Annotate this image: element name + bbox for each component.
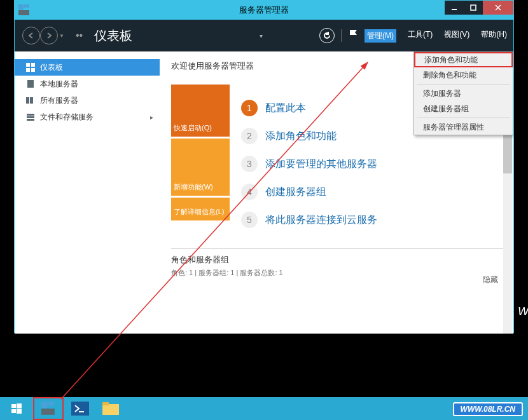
svg-rect-23 — [71, 402, 89, 416]
taskbar-powershell[interactable] — [66, 398, 94, 419]
sidebar-item-label: 文件和存储服务 — [40, 112, 94, 123]
titlebar: 服务器管理器 — [15, 1, 513, 20]
svg-rect-20 — [41, 402, 48, 408]
breadcrumb-title: 仪表板 — [94, 27, 132, 44]
taskbar: WWW.08LR.CN — [0, 397, 528, 420]
svg-rect-17 — [17, 403, 22, 408]
svg-rect-18 — [11, 409, 16, 413]
server-icon — [26, 79, 35, 88]
main-panel: 欢迎使用服务器管理器 快速启动(Q) 新增功能(W) 了解详细信息(L) 1配置… — [160, 51, 513, 334]
svg-rect-6 — [31, 63, 35, 67]
chevron-right-icon: ▸ — [150, 114, 153, 121]
svg-rect-5 — [26, 63, 30, 67]
minimize-button[interactable] — [445, 1, 464, 15]
nav-history-caret[interactable]: ▼ — [59, 33, 64, 39]
sidebar-item-all[interactable]: 所有服务器 — [15, 92, 160, 109]
close-button[interactable] — [483, 1, 513, 15]
svg-rect-10 — [26, 97, 29, 104]
step-4[interactable]: 4创建服务器组 — [241, 184, 513, 200]
svg-rect-16 — [11, 404, 16, 408]
breadcrumb-separator-icon: •• — [76, 30, 83, 41]
svg-rect-14 — [27, 119, 34, 121]
svg-rect-11 — [30, 97, 33, 104]
tile-whatsnew[interactable]: 新增功能(W) — [171, 139, 230, 196]
refresh-button[interactable] — [319, 28, 335, 43]
back-button[interactable] — [22, 27, 40, 44]
notifications-icon[interactable] — [348, 29, 358, 43]
sidebar-item-dashboard[interactable]: 仪表板 — [15, 59, 160, 76]
step-5[interactable]: 5将此服务器连接到云服务 — [241, 212, 513, 228]
sidebar: 仪表板 本地服务器 所有服务器 文件和存储服务 ▸ — [15, 51, 160, 334]
dropdown-separator — [417, 84, 510, 85]
tile-column: 快速启动(Q) 新增功能(W) 了解详细信息(L) — [171, 85, 230, 240]
svg-rect-0 — [18, 4, 24, 10]
dropdown-item-add-server[interactable]: 添加服务器 — [414, 86, 513, 101]
svg-rect-24 — [102, 404, 119, 415]
svg-rect-1 — [24, 4, 29, 8]
svg-rect-8 — [31, 68, 35, 72]
svg-rect-22 — [41, 409, 55, 415]
svg-rect-7 — [26, 68, 30, 72]
svg-rect-13 — [27, 116, 34, 118]
menu-view[interactable]: 视图(V) — [444, 29, 469, 43]
step-3[interactable]: 3添加要管理的其他服务器 — [241, 156, 513, 172]
svg-rect-12 — [27, 114, 34, 116]
tile-learnmore[interactable]: 了解详细信息(L) — [171, 198, 230, 220]
maximize-button[interactable] — [464, 1, 483, 15]
watermark-badge: WWW.08LR.CN — [453, 402, 523, 416]
sidebar-item-local[interactable]: 本地服务器 — [15, 76, 160, 92]
svg-rect-21 — [48, 402, 55, 405]
window-title: 服务器管理器 — [239, 4, 289, 16]
menu-help[interactable]: 帮助(H) — [481, 29, 507, 43]
svg-rect-3 — [452, 9, 457, 10]
roles-section-subtitle: 角色: 1 | 服务器组: 1 | 服务器总数: 1 — [171, 268, 513, 278]
breadcrumb-caret-icon: ▾ — [260, 32, 263, 39]
stray-w: W — [518, 305, 528, 318]
dropdown-item-add-roles[interactable]: 添加角色和功能 — [414, 52, 513, 67]
sidebar-item-label: 本地服务器 — [40, 79, 78, 90]
svg-rect-2 — [18, 10, 29, 15]
sidebar-item-storage[interactable]: 文件和存储服务 ▸ — [15, 109, 160, 125]
tile-quickstart[interactable]: 快速启动(Q) — [171, 85, 230, 137]
taskbar-start[interactable] — [3, 398, 31, 419]
app-icon — [18, 4, 30, 16]
manage-dropdown: 添加角色和功能 删除角色和功能 添加服务器 创建服务器组 服务器管理器属性 — [413, 51, 513, 135]
menu-manage[interactable]: 管理(M) — [365, 29, 396, 43]
dropdown-item-remove-roles[interactable]: 删除角色和功能 — [414, 67, 513, 83]
toolbar: ▼ •• 仪表板 ▾ 管理(M) 工具(T) 视图(V) 帮助(H) — [15, 20, 513, 51]
app-window: 服务器管理器 ▼ •• 仪表板 ▾ 管理(M) 工具(T) 视图(V) 帮助(H… — [14, 0, 514, 333]
roles-section-title: 角色和服务器组 — [171, 254, 513, 266]
sidebar-item-label: 仪表板 — [40, 62, 63, 73]
dropdown-item-create-group[interactable]: 创建服务器组 — [414, 101, 513, 116]
sidebar-item-label: 所有服务器 — [40, 95, 78, 106]
section-divider — [171, 248, 503, 249]
storage-icon — [26, 112, 35, 121]
client-area: 仪表板 本地服务器 所有服务器 文件和存储服务 ▸ 欢迎使用服务器管理器 快速启… — [15, 51, 513, 334]
forward-button[interactable] — [40, 27, 58, 44]
toolbar-separator — [341, 29, 342, 42]
dashboard-icon — [26, 63, 35, 72]
hide-link[interactable]: 隐藏 — [483, 274, 498, 285]
svg-rect-19 — [17, 409, 22, 414]
svg-rect-9 — [27, 80, 34, 88]
taskbar-explorer[interactable] — [97, 398, 125, 419]
svg-rect-4 — [471, 5, 476, 10]
menu-tools[interactable]: 工具(T) — [408, 29, 433, 43]
dropdown-separator — [417, 118, 510, 118]
svg-rect-25 — [102, 402, 109, 405]
dropdown-item-properties[interactable]: 服务器管理器属性 — [414, 119, 513, 135]
servers-icon — [26, 96, 35, 105]
taskbar-server-manager[interactable] — [33, 397, 64, 420]
